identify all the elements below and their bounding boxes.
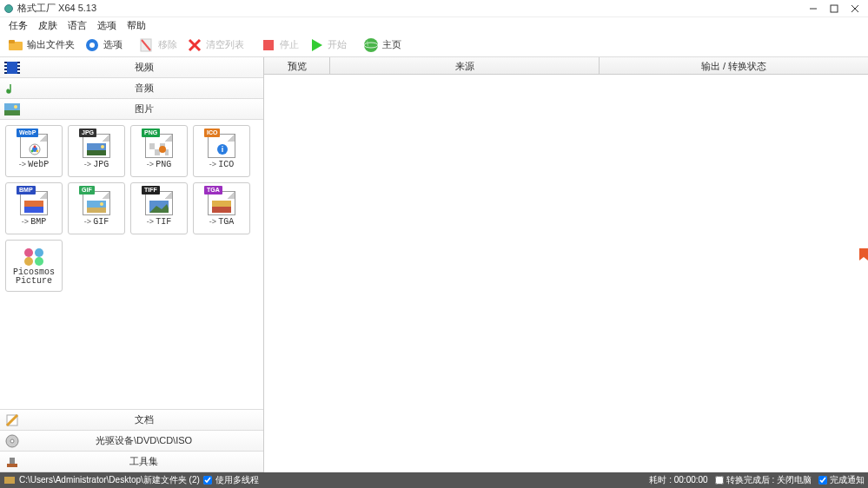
category-audio[interactable]: 音频 (0, 78, 263, 99)
shutdown-checkbox[interactable] (715, 476, 724, 485)
format-label: WebP (28, 160, 49, 169)
notify-checkbox[interactable] (818, 476, 827, 485)
menu-skin[interactable]: 皮肤 (36, 19, 59, 32)
category-disc-label: 光驱设备\DVD\CD\ISO (24, 434, 263, 447)
category-tools-label: 工具集 (24, 455, 263, 468)
start-button[interactable]: 开始 (304, 35, 350, 56)
svg-rect-2 (831, 5, 838, 12)
maximize-button[interactable] (830, 4, 838, 13)
format-jpg[interactable]: JPG->JPG (68, 125, 125, 177)
svg-rect-23 (17, 63, 20, 65)
arrow-icon: -> (19, 160, 26, 168)
svg-marker-14 (312, 39, 322, 51)
format-gif[interactable]: GIF->GIF (68, 182, 125, 234)
format-label: ICO (218, 160, 234, 169)
svg-rect-63 (10, 458, 15, 464)
svg-rect-13 (263, 40, 274, 50)
category-video-label: 视频 (24, 61, 263, 74)
svg-rect-47 (24, 207, 43, 213)
format-label: Picosmos Picture (6, 268, 62, 286)
audio-icon (0, 82, 24, 96)
side-ribbon-icon[interactable] (859, 248, 868, 264)
format-tif[interactable]: TIFF->TIF (130, 182, 188, 234)
window-title: 格式工厂 X64 5.13 (17, 2, 809, 15)
clear-button[interactable]: 清空列表 (182, 35, 248, 56)
col-preview[interactable]: 预览 (264, 57, 330, 74)
remove-button[interactable]: 移除 (135, 35, 181, 56)
category-image[interactable]: 图片 (0, 99, 263, 120)
category-tools[interactable]: 工具集 (0, 452, 263, 472)
col-source[interactable]: 来源 (330, 57, 600, 74)
format-label: TGA (218, 217, 234, 227)
svg-point-37 (101, 145, 104, 148)
category-document[interactable]: 文档 (0, 410, 263, 431)
svg-point-55 (24, 248, 33, 257)
format-label: BMP (30, 217, 46, 227)
category-disc[interactable]: 光驱设备\DVD\CD\ISO (0, 431, 263, 452)
format-picosmos-picture[interactable]: Picosmos Picture (5, 240, 63, 292)
svg-rect-62 (7, 464, 17, 467)
close-button[interactable] (851, 4, 859, 13)
col-output-status[interactable]: 输出 / 转换状态 (600, 57, 868, 74)
minimize-button[interactable] (809, 4, 818, 13)
task-list (264, 75, 868, 472)
window-controls (809, 4, 865, 13)
format-ico[interactable]: iICO->ICO (193, 125, 250, 177)
svg-point-0 (5, 4, 13, 12)
svg-point-50 (100, 202, 103, 206)
category-image-label: 图片 (24, 102, 263, 115)
content: 视频 音频 图片 WebP->WebPJPG->JPGPNG->PNGiICO-… (0, 57, 868, 472)
arrow-icon: -> (84, 160, 91, 168)
format-label: JPG (93, 160, 109, 169)
options-button[interactable]: 选项 (80, 35, 126, 56)
format-badge: GIF (79, 186, 95, 195)
output-folder-button[interactable]: 输出文件夹 (3, 35, 78, 56)
svg-marker-64 (859, 248, 868, 260)
multithread-checkbox[interactable] (203, 476, 212, 485)
svg-rect-36 (87, 150, 106, 155)
svg-point-34 (31, 149, 34, 152)
category-video[interactable]: 视频 (0, 57, 263, 78)
folder-status-icon[interactable] (3, 474, 16, 486)
menu-task[interactable]: 任务 (7, 19, 30, 32)
output-folder-label: 输出文件夹 (27, 38, 75, 51)
svg-rect-25 (17, 70, 20, 72)
menu-help[interactable]: 帮助 (125, 19, 148, 32)
format-bmp[interactable]: BMP->BMP (5, 182, 63, 234)
stop-button[interactable]: 停止 (256, 35, 302, 56)
stop-label: 停止 (280, 38, 299, 51)
category-audio-label: 音频 (24, 82, 263, 95)
document-icon (0, 413, 24, 427)
format-label: PNG (156, 160, 171, 169)
svg-point-43 (159, 146, 166, 153)
svg-point-26 (7, 89, 10, 93)
format-webp[interactable]: WebP->WebP (5, 125, 63, 177)
sidebar: 视频 音频 图片 WebP->WebPJPG->JPGPNG->PNGiICO-… (0, 57, 264, 472)
arrow-icon: -> (209, 217, 216, 226)
svg-rect-22 (4, 70, 7, 72)
format-badge: ICO (204, 129, 220, 137)
svg-rect-39 (149, 143, 155, 149)
home-label: 主页 (382, 38, 401, 51)
svg-point-61 (10, 439, 14, 443)
format-png[interactable]: PNG->PNG (130, 125, 188, 177)
play-icon (308, 36, 325, 54)
menu-options[interactable]: 选项 (96, 19, 118, 32)
shutdown-label: 转换完成后 : 关闭电脑 (726, 474, 812, 486)
svg-point-8 (89, 43, 95, 48)
format-tga[interactable]: TGA->TGA (193, 182, 250, 234)
svg-rect-20 (4, 63, 7, 65)
format-badge: WebP (17, 129, 38, 137)
home-button[interactable]: 主页 (359, 35, 405, 56)
format-badge: TGA (204, 186, 222, 195)
video-icon (0, 61, 24, 75)
app-icon (3, 3, 14, 14)
menu-language[interactable]: 语言 (66, 19, 89, 32)
arrow-icon: -> (147, 217, 154, 226)
svg-point-15 (364, 38, 378, 52)
svg-point-29 (14, 105, 17, 109)
picosmos-icon (22, 246, 46, 268)
svg-text:i: i (222, 145, 224, 154)
status-path[interactable]: C:\Users\Administrator\Desktop\新建文件夹 (2) (19, 474, 200, 486)
format-grid: WebP->WebPJPG->JPGPNG->PNGiICO->ICOBMP->… (0, 120, 263, 409)
